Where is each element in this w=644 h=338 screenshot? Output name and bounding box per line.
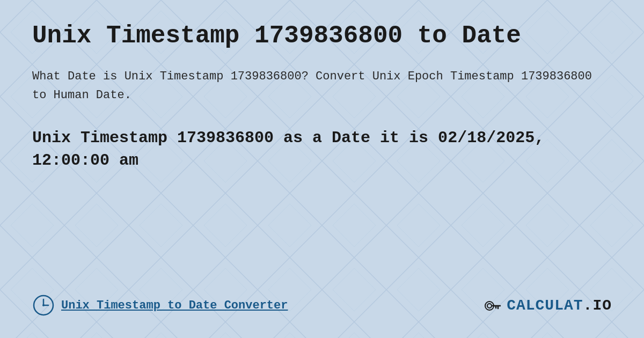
footer-link-label[interactable]: Unix Timestamp to Date Converter bbox=[61, 299, 288, 312]
page-title: Unix Timestamp 1739836800 to Date bbox=[32, 21, 612, 51]
result-text: Unix Timestamp 1739836800 as a Date it i… bbox=[32, 127, 612, 172]
logo-wrapper: CALCULAT.IO bbox=[483, 295, 612, 315]
footer: Unix Timestamp to Date Converter CALCULA… bbox=[32, 294, 612, 317]
clock-icon bbox=[32, 294, 55, 317]
svg-point-9 bbox=[487, 304, 492, 308]
footer-left: Unix Timestamp to Date Converter bbox=[32, 294, 288, 317]
logo-icon bbox=[483, 295, 503, 315]
svg-point-7 bbox=[42, 304, 45, 306]
logo-text-highlight: CALCULAT bbox=[507, 297, 583, 314]
description-text: What Date is Unix Timestamp 1739836800? … bbox=[32, 67, 612, 105]
logo-text: CALCULAT.IO bbox=[507, 297, 612, 314]
result-section: Unix Timestamp 1739836800 as a Date it i… bbox=[32, 127, 612, 172]
